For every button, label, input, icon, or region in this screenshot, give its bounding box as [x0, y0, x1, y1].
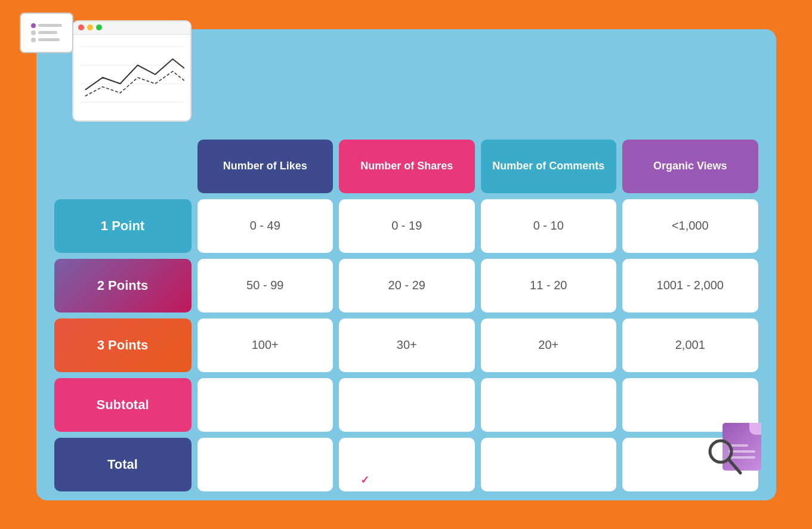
- bottom-right-decoration: [708, 423, 761, 482]
- brand-icon: ✓: [356, 471, 375, 490]
- header-comments: Number of Comments: [481, 140, 617, 193]
- main-container: Number of Likes Number of Shares Number …: [36, 29, 776, 500]
- chart-window: [72, 20, 192, 122]
- row-label-2pt: 2 Points: [54, 259, 192, 313]
- table-grid: Number of Likes Number of Shares Number …: [54, 140, 758, 491]
- row-label-total: Total: [54, 438, 192, 491]
- mini-card-icon: [20, 13, 73, 53]
- header-empty: [54, 140, 192, 193]
- header-views: Organic Views: [622, 140, 758, 193]
- window-dot-green: [96, 24, 102, 30]
- cell-3pt-views: 2,001: [622, 318, 758, 372]
- header-likes: Number of Likes: [197, 140, 334, 193]
- row-label-3pt: 3 Points: [54, 318, 192, 372]
- cell-1pt-shares: 0 - 19: [339, 199, 475, 253]
- chart-svg: [79, 41, 184, 115]
- cell-total-likes[interactable]: [197, 438, 334, 491]
- cell-total-comments[interactable]: [481, 438, 617, 491]
- window-dot-yellow: [87, 24, 93, 30]
- brand-name: CoSchedule: [381, 472, 456, 488]
- cell-3pt-shares: 30+: [339, 318, 475, 372]
- cell-3pt-comments: 20+: [481, 318, 617, 372]
- svg-line-5: [728, 459, 740, 473]
- cell-1pt-comments: 0 - 10: [481, 199, 617, 253]
- header-shares: Number of Shares: [339, 140, 475, 193]
- cell-subtotal-likes[interactable]: [197, 378, 334, 432]
- table-wrapper: Number of Likes Number of Shares Number …: [54, 140, 758, 491]
- cell-subtotal-comments[interactable]: [481, 378, 617, 432]
- cell-2pt-likes: 50 - 99: [197, 259, 334, 313]
- cell-1pt-likes: 0 - 49: [197, 199, 334, 253]
- cell-2pt-shares: 20 - 29: [339, 259, 475, 313]
- cell-2pt-views: 1001 - 2,000: [622, 259, 758, 313]
- cell-1pt-views: <1,000: [622, 199, 758, 253]
- magnifier-icon: [708, 438, 743, 482]
- row-label-1pt: 1 Point: [54, 199, 192, 253]
- brand-checkmark: ✓: [360, 474, 369, 487]
- window-dot-red: [78, 24, 84, 30]
- doc-fold: [749, 423, 761, 435]
- row-label-subtotal: Subtotal: [54, 378, 192, 432]
- cell-2pt-comments: 11 - 20: [481, 259, 617, 313]
- cell-3pt-likes: 100+: [197, 318, 334, 372]
- cell-subtotal-shares[interactable]: [339, 378, 475, 432]
- brand: ✓ CoSchedule: [356, 471, 456, 490]
